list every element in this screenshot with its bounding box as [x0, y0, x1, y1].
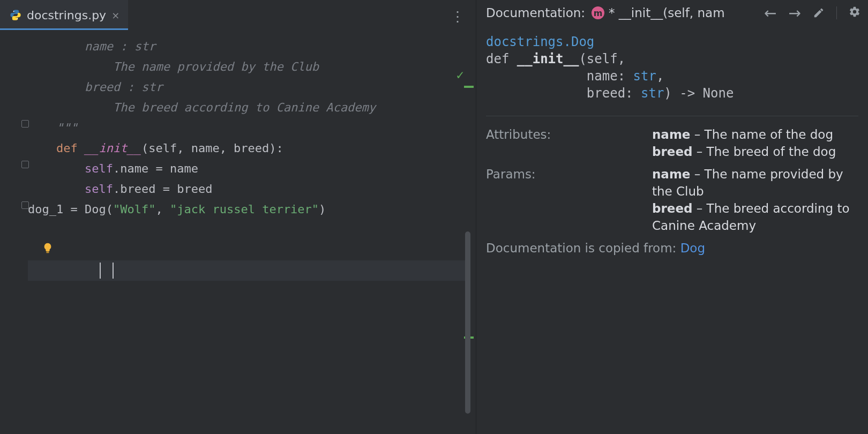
doc-sections: Attributes: name – The name of the dog b…: [486, 126, 858, 234]
divider: [836, 6, 837, 19]
svg-rect-2: [46, 252, 49, 253]
params-values: name – The name provided by the Club bre…: [652, 166, 858, 234]
qualified-name: docstrings.Dog: [486, 34, 594, 49]
close-tab-icon[interactable]: ×: [111, 10, 119, 21]
vertical-scrollbar[interactable]: [465, 231, 470, 414]
svg-point-1: [17, 18, 18, 19]
params-label: Params:: [486, 166, 652, 234]
intention-bulb-icon[interactable]: [42, 242, 54, 254]
gutter: [0, 30, 28, 434]
editor-pane: docstrings.py × ⋮ name : str The name pr…: [0, 0, 476, 434]
code-line: The name provided by the Club: [28, 57, 476, 77]
svg-point-0: [13, 11, 14, 12]
doc-breadcrumb[interactable]: m * __init__(self, nam: [592, 6, 758, 20]
attributes-values: name – The name of the dog breed – The b…: [652, 126, 858, 160]
dog-link[interactable]: Dog: [680, 241, 705, 255]
panel-title: Documentation:: [486, 6, 585, 20]
nav-back-icon[interactable]: ←: [764, 4, 776, 22]
signature-block: docstrings.Dog def __init__(self, name: …: [486, 33, 858, 116]
code-editor[interactable]: name : str The name provided by the Club…: [0, 30, 476, 434]
code-line: self.breed = breed: [28, 179, 476, 199]
documentation-header: Documentation: m * __init__(self, nam ← …: [476, 0, 868, 26]
nav-forward-icon[interactable]: →: [789, 4, 801, 22]
text-caret: [113, 263, 114, 279]
tab-filename: docstrings.py: [27, 9, 106, 22]
settings-icon[interactable]: [849, 5, 860, 21]
copied-from-note: Documentation is copied from: Dog: [486, 240, 858, 257]
code-line: def __init__(self, name, breed):: [28, 138, 476, 159]
code-line: name : str: [28, 36, 476, 57]
code-line: The breed according to Canine Academy: [28, 98, 476, 118]
attributes-label: Attributes:: [486, 126, 652, 160]
current-line-highlight: [28, 260, 467, 281]
documentation-body: docstrings.Dog def __init__(self, name: …: [476, 26, 868, 257]
breadcrumb-text: * __init__(self, nam: [609, 6, 724, 20]
doc-toolbar: ← →: [764, 4, 860, 22]
code-area[interactable]: name : str The name provided by the Club…: [28, 30, 476, 434]
file-tab[interactable]: docstrings.py ×: [0, 0, 128, 30]
code-line: self.name = name: [28, 159, 476, 179]
inspection-ok-icon[interactable]: ✓: [457, 68, 464, 83]
code-line: """: [28, 118, 476, 138]
marker-stripe: [464, 86, 474, 88]
text-caret: [100, 263, 101, 279]
documentation-panel: Documentation: m * __init__(self, nam ← …: [476, 0, 868, 434]
edit-icon[interactable]: [813, 7, 825, 19]
tab-bar: docstrings.py × ⋮: [0, 0, 476, 30]
method-badge-icon: m: [592, 6, 604, 19]
python-file-icon: [10, 9, 21, 21]
code-line: breed : str: [28, 77, 476, 98]
tab-kebab-menu[interactable]: ⋮: [451, 9, 464, 25]
code-line: dog_1 = Dog("Wolf", "jack russel terrier…: [28, 199, 476, 220]
